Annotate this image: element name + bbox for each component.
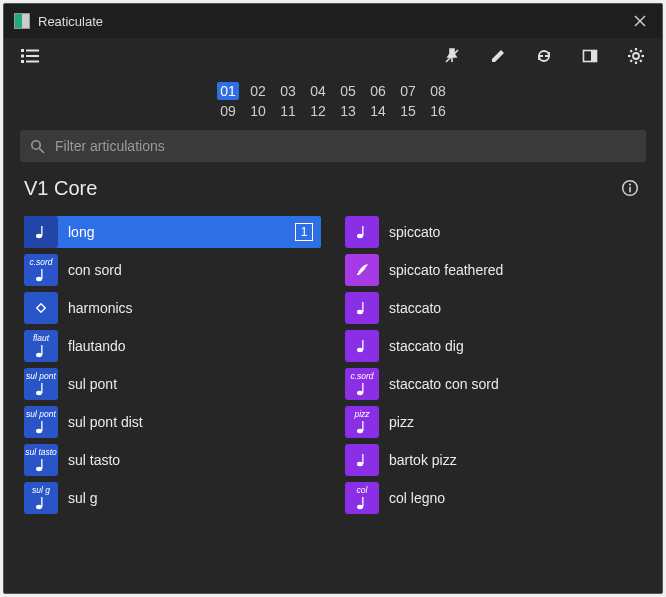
close-button[interactable] — [628, 15, 652, 27]
articulation-chip — [345, 444, 379, 476]
articulation-chip: c.sord — [345, 368, 379, 400]
list-icon — [21, 49, 39, 63]
channel-03[interactable]: 03 — [277, 82, 299, 100]
svg-point-27 — [36, 277, 42, 281]
svg-line-21 — [40, 148, 45, 153]
articulation-label: sul pont dist — [68, 414, 315, 430]
articulation-chip: sul pont — [24, 368, 58, 400]
section-title: V1 Core — [24, 177, 610, 200]
channel-10[interactable]: 10 — [247, 102, 269, 120]
channel-07[interactable]: 07 — [397, 82, 419, 100]
pin-button[interactable] — [438, 42, 466, 70]
info-button[interactable] — [618, 176, 642, 200]
articulation-row[interactable]: long1 — [24, 216, 321, 248]
channel-11[interactable]: 11 — [277, 102, 299, 120]
gear-icon — [627, 47, 645, 65]
channel-01[interactable]: 01 — [217, 82, 239, 100]
search-icon — [30, 139, 45, 154]
articulation-row[interactable]: bartok pizz — [345, 444, 642, 476]
articulation-row[interactable]: sul pontsul pont dist — [24, 406, 321, 438]
articulation-row[interactable]: c.sordcon sord — [24, 254, 321, 286]
svg-point-38 — [36, 505, 42, 509]
articulation-chip: sul tasto — [24, 444, 58, 476]
articulation-chip: c.sord — [24, 254, 58, 286]
section-header: V1 Core — [4, 176, 662, 210]
articulation-row[interactable]: sul gsul g — [24, 482, 321, 514]
articulation-chip: sul pont — [24, 406, 58, 438]
articulation-row[interactable]: harmonics — [24, 292, 321, 324]
articulation-label: sul pont — [68, 376, 315, 392]
edit-button[interactable] — [484, 42, 512, 70]
svg-point-45 — [357, 348, 363, 352]
channel-02[interactable]: 02 — [247, 82, 269, 100]
channel-04[interactable]: 04 — [307, 82, 329, 100]
svg-rect-44 — [362, 302, 363, 312]
channel-05[interactable]: 05 — [337, 82, 359, 100]
articulation-label: con sord — [68, 262, 315, 278]
articulation-row[interactable]: pizzpizz — [345, 406, 642, 438]
articulation-chip: sul g — [24, 482, 58, 514]
svg-rect-10 — [591, 51, 597, 62]
articulation-row[interactable]: flautflautando — [24, 330, 321, 362]
svg-rect-2 — [21, 49, 24, 52]
articulation-row[interactable]: colcol legno — [345, 482, 642, 514]
articulation-column-right: spiccatospiccato featheredstaccatostacca… — [345, 216, 642, 514]
channel-09[interactable]: 09 — [217, 102, 239, 120]
svg-rect-5 — [26, 55, 39, 57]
svg-point-32 — [36, 391, 42, 395]
svg-rect-6 — [21, 60, 24, 63]
articulation-chip — [345, 292, 379, 324]
dock-button[interactable] — [576, 42, 604, 70]
svg-point-34 — [36, 429, 42, 433]
sync-button[interactable] — [530, 42, 558, 70]
search-input[interactable] — [55, 138, 636, 154]
articulation-row[interactable]: staccato — [345, 292, 642, 324]
svg-rect-35 — [41, 421, 42, 431]
articulation-label: pizz — [389, 414, 636, 430]
toolbar — [4, 38, 662, 74]
svg-line-16 — [630, 50, 632, 52]
channel-12[interactable]: 12 — [307, 102, 329, 120]
articulation-row[interactable]: staccato dig — [345, 330, 642, 362]
articulation-row[interactable]: spiccato feathered — [345, 254, 642, 286]
settings-button[interactable] — [622, 42, 650, 70]
svg-rect-28 — [41, 269, 42, 279]
svg-point-20 — [32, 140, 40, 148]
svg-rect-48 — [362, 383, 363, 393]
articulation-label: staccato dig — [389, 338, 636, 354]
svg-line-18 — [640, 50, 642, 52]
articulation-row[interactable]: sul tastosul tasto — [24, 444, 321, 476]
svg-point-49 — [357, 429, 363, 433]
articulation-row[interactable]: c.sordstaccato con sord — [345, 368, 642, 400]
channel-14[interactable]: 14 — [367, 102, 389, 120]
list-view-button[interactable] — [16, 42, 44, 70]
channel-13[interactable]: 13 — [337, 102, 359, 120]
sync-icon — [536, 48, 552, 64]
articulation-row[interactable]: spiccato — [345, 216, 642, 248]
app-window: Reaticulate — [3, 3, 663, 594]
channel-16[interactable]: 16 — [427, 102, 449, 120]
articulation-label: staccato con sord — [389, 376, 636, 392]
articulation-label: flautando — [68, 338, 315, 354]
articulation-chip — [345, 330, 379, 362]
articulation-grid: long1c.sordcon sordharmonicsflautflautan… — [4, 210, 662, 534]
svg-point-47 — [357, 391, 363, 395]
svg-line-42 — [357, 265, 367, 275]
svg-rect-31 — [41, 345, 42, 355]
svg-line-17 — [640, 60, 642, 62]
svg-point-51 — [357, 462, 363, 466]
svg-point-40 — [357, 234, 363, 238]
articulation-row[interactable]: sul pontsul pont — [24, 368, 321, 400]
svg-rect-39 — [41, 497, 42, 507]
channel-06[interactable]: 06 — [367, 82, 389, 100]
svg-rect-54 — [362, 497, 363, 507]
svg-rect-7 — [26, 61, 39, 63]
channel-15[interactable]: 15 — [397, 102, 419, 120]
svg-point-25 — [36, 234, 42, 238]
channel-row-1: 0102030405060708 — [217, 82, 449, 100]
svg-point-11 — [633, 53, 639, 59]
svg-point-43 — [357, 310, 363, 314]
channel-08[interactable]: 08 — [427, 82, 449, 100]
panel-icon — [582, 48, 598, 64]
search-bar[interactable] — [20, 130, 646, 162]
